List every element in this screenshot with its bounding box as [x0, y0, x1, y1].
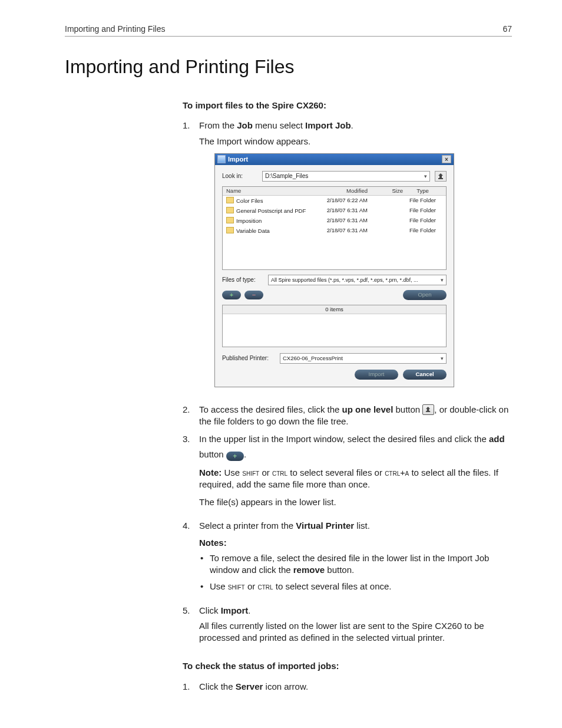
note-bullet: To remove a file, select the desired fil… — [199, 552, 512, 577]
file-list[interactable]: Name Modified Size Type Color Files 2/18… — [222, 186, 447, 270]
page-title: Importing and Printing Files — [65, 54, 512, 80]
step-3-text: In the upper list in the Import window, … — [199, 433, 512, 445]
notes-heading: Notes: — [199, 537, 512, 549]
dropdown-icon[interactable]: ▾ — [424, 172, 427, 181]
lower-list-header: 0 items — [223, 305, 446, 315]
close-icon[interactable]: × — [442, 155, 451, 163]
section2-steps: 1. Click the Server icon arrow. — [183, 681, 512, 693]
filetype-label: Files of type: — [222, 276, 263, 284]
step-5-result: All files currently listed on the lower … — [199, 620, 512, 644]
lower-list[interactable]: 0 items — [222, 305, 447, 347]
list-item[interactable]: Variable Data 2/18/07 6:31 AM File Folde… — [223, 226, 446, 236]
remove-button[interactable]: − — [244, 291, 263, 299]
folder-icon — [226, 197, 234, 203]
list-item[interactable]: General Postscript and PDF 2/18/07 6:31 … — [223, 206, 446, 216]
step-number: 1. — [183, 681, 199, 693]
main-content: To import files to the Spire CX260: 1. F… — [183, 100, 512, 693]
add-icon: + — [226, 452, 244, 461]
step-3-button-line: button +. — [199, 449, 512, 460]
step-3: 3. In the upper list in the Import windo… — [183, 433, 512, 514]
section2-heading: To check the status of imported jobs: — [183, 660, 512, 672]
app-icon — [217, 155, 226, 163]
step-5: 5. Click Import. All files currently lis… — [183, 605, 512, 650]
dialog-titlebar: Import × — [215, 154, 454, 165]
step-number: 5. — [183, 605, 199, 650]
step-2: 2. To access the desired files, click th… — [183, 404, 512, 428]
step-number: 3. — [183, 433, 199, 514]
note-bullet: Use shift or ctrl to select several file… — [199, 581, 512, 592]
virtual-printer-label: Published Printer: — [222, 354, 275, 363]
open-button[interactable]: Open — [403, 290, 447, 300]
list-item[interactable]: Color Files 2/18/07 6:22 AM File Folder — [223, 196, 446, 206]
dropdown-icon[interactable]: ▾ — [441, 354, 444, 363]
step-1-result: The Import window appears. — [199, 136, 512, 147]
dialog-title: Import — [228, 155, 248, 164]
step-2-text: To access the desired files, click the u… — [199, 404, 512, 428]
add-button[interactable]: + — [222, 291, 241, 299]
step-number: 1. — [183, 120, 199, 397]
step-number: 2. — [183, 404, 199, 428]
up-one-level-icon — [422, 404, 434, 415]
step-4-text: Select a printer from the Virtual Printe… — [199, 520, 512, 532]
notes-list: To remove a file, select the desired fil… — [199, 552, 512, 593]
header-left: Importing and Printing Files — [65, 24, 165, 35]
step-4: 4. Select a printer from the Virtual Pri… — [183, 520, 512, 598]
page-header: Importing and Printing Files 67 — [65, 24, 512, 37]
step-3-note: Note: Use shift or ctrl to select severa… — [199, 467, 512, 491]
up-one-level-icon[interactable] — [435, 171, 447, 182]
step-1: 1. From the Job menu select Import Job. … — [183, 120, 512, 397]
dropdown-icon[interactable]: ▾ — [441, 275, 444, 285]
step-3-result: The file(s) appears in the lower list. — [199, 496, 512, 508]
lookin-label: Look in: — [222, 172, 257, 180]
virtual-printer-field[interactable]: CX260-06_ProcessPrint ▾ — [280, 353, 447, 364]
section1-heading: To import files to the Spire CX260: — [183, 100, 512, 111]
path-field[interactable]: D:\Sample_Files ▾ — [262, 171, 430, 182]
step-1b-text: Click the Server icon arrow. — [199, 681, 512, 693]
list-item[interactable]: Imposition 2/18/07 6:31 AM File Folder — [223, 216, 446, 226]
import-button[interactable]: Import — [355, 370, 398, 380]
folder-icon — [226, 227, 234, 233]
step-1-text: From the Job menu select Import Job. — [199, 120, 512, 131]
folder-icon — [226, 217, 234, 223]
folder-icon — [226, 207, 234, 213]
section1-steps: 1. From the Job menu select Import Job. … — [183, 120, 512, 650]
step-number: 4. — [183, 520, 199, 598]
page-number: 67 — [503, 24, 512, 35]
cancel-button[interactable]: Cancel — [403, 370, 447, 380]
import-dialog: Import × Look in: D:\Sample_Files ▾ — [214, 153, 454, 387]
step-1b: 1. Click the Server icon arrow. — [183, 681, 512, 693]
step-5-text: Click Import. — [199, 605, 512, 617]
file-list-header: Name Modified Size Type — [223, 187, 446, 196]
filetype-field[interactable]: All Spire supported files (*.ps, *.vps, … — [268, 275, 447, 285]
